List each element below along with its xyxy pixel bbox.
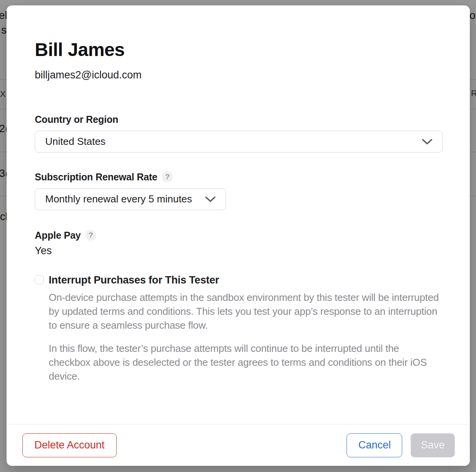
dialog-title: Bill James bbox=[35, 40, 443, 59]
tester-email: billjames2@icloud.com bbox=[35, 69, 443, 81]
renewal-rate-select[interactable]: Monthly renewal every 5 minutes bbox=[35, 188, 226, 210]
renewal-rate-select-value: Monthly renewal every 5 minutes bbox=[45, 193, 192, 205]
renewal-rate-label: Subscription Renewal Rate bbox=[35, 171, 157, 183]
apple-pay-help-icon[interactable]: ? bbox=[85, 230, 96, 241]
country-select-value: United States bbox=[45, 136, 105, 148]
apple-pay-label: Apple Pay bbox=[35, 229, 81, 241]
interrupt-purchases-label[interactable]: Interrupt Purchases for This Tester bbox=[49, 274, 443, 286]
interrupt-purchases-section: Interrupt Purchases for This Tester On-d… bbox=[35, 274, 443, 383]
chevron-down-icon bbox=[422, 138, 433, 145]
delete-account-button[interactable]: Delete Account bbox=[22, 433, 117, 457]
edit-sandbox-tester-dialog: Bill James billjames2@icloud.com Country… bbox=[7, 5, 470, 466]
interrupt-purchases-checkbox[interactable] bbox=[35, 275, 44, 284]
interrupt-purchases-text: Interrupt Purchases for This Tester On-d… bbox=[49, 274, 443, 383]
country-field-label-row: Country or Region bbox=[35, 114, 443, 125]
interrupt-description-paragraph-2: In this flow, the tester’s purchase atte… bbox=[49, 341, 443, 383]
apple-pay-label-row: Apple Pay ? bbox=[35, 229, 443, 241]
country-select[interactable]: United States bbox=[35, 131, 443, 153]
interrupt-description-paragraph-1: On-device purchase attempts in the sandb… bbox=[49, 290, 443, 332]
renewal-field-label-row: Subscription Renewal Rate ? bbox=[35, 171, 443, 183]
renewal-rate-help-icon[interactable]: ? bbox=[162, 171, 173, 182]
cancel-button[interactable]: Cancel bbox=[347, 433, 402, 457]
dialog-body: Bill James billjames2@icloud.com Country… bbox=[7, 5, 470, 383]
dialog-footer: Delete Account Cancel Save bbox=[7, 424, 470, 466]
country-label: Country or Region bbox=[35, 114, 118, 125]
save-button[interactable]: Save bbox=[411, 433, 455, 457]
chevron-down-icon bbox=[205, 196, 216, 202]
apple-pay-value: Yes bbox=[35, 245, 443, 256]
